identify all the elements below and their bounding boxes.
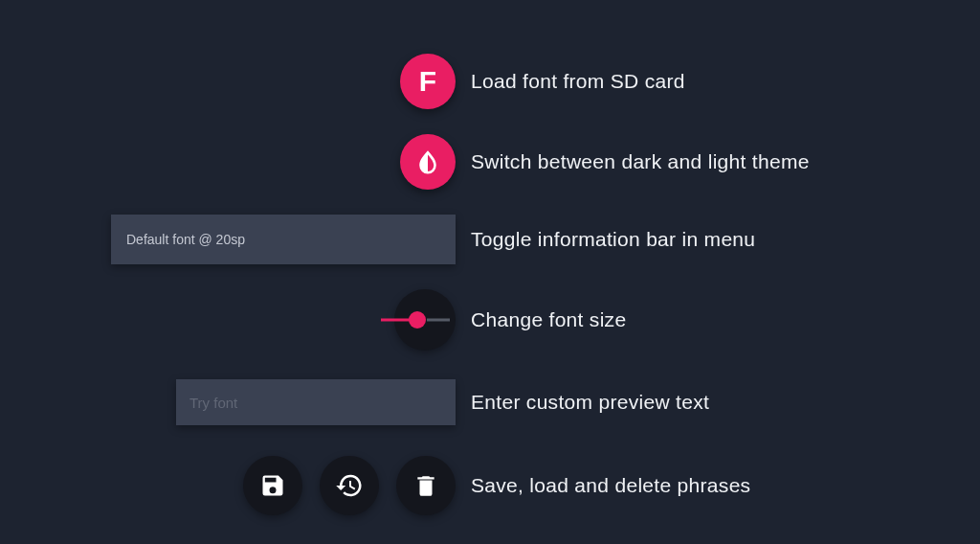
- slider-track-active: [381, 319, 410, 322]
- phrases-label: Save, load and delete phrases: [471, 474, 980, 497]
- font-size-label: Change font size: [471, 308, 980, 331]
- info-bar-label: Toggle information bar in menu: [471, 228, 980, 251]
- preview-text-input[interactable]: Try font: [176, 379, 456, 425]
- preview-label: Enter custom preview text: [471, 391, 980, 414]
- font-size-slider[interactable]: [394, 289, 456, 351]
- load-phrase-button[interactable]: [320, 456, 379, 515]
- load-font-row: F Load font from SD card: [0, 54, 980, 109]
- info-bar[interactable]: Default font @ 20sp: [111, 215, 456, 264]
- info-bar-text: Default font @ 20sp: [126, 232, 245, 247]
- phrases-row: Save, load and delete phrases: [0, 456, 980, 515]
- preview-row: Try font Enter custom preview text: [0, 379, 980, 425]
- font-letter-icon: F: [419, 65, 436, 98]
- load-font-button[interactable]: F: [400, 54, 456, 109]
- save-phrase-button[interactable]: [243, 456, 302, 515]
- invert-colors-icon: [413, 147, 442, 176]
- info-bar-row: Default font @ 20sp Toggle information b…: [0, 215, 980, 264]
- history-icon: [335, 471, 364, 500]
- preview-placeholder: Try font: [189, 395, 237, 411]
- slider-track-inactive: [427, 319, 450, 322]
- theme-toggle-button[interactable]: [400, 134, 456, 190]
- delete-icon: [413, 473, 438, 498]
- theme-label: Switch between dark and light theme: [471, 150, 980, 173]
- save-icon: [259, 472, 286, 499]
- delete-phrase-button[interactable]: [396, 456, 456, 515]
- theme-row: Switch between dark and light theme: [0, 134, 980, 190]
- font-size-row: Change font size: [0, 289, 980, 351]
- slider-thumb-icon: [409, 311, 426, 329]
- load-font-label: Load font from SD card: [471, 70, 980, 93]
